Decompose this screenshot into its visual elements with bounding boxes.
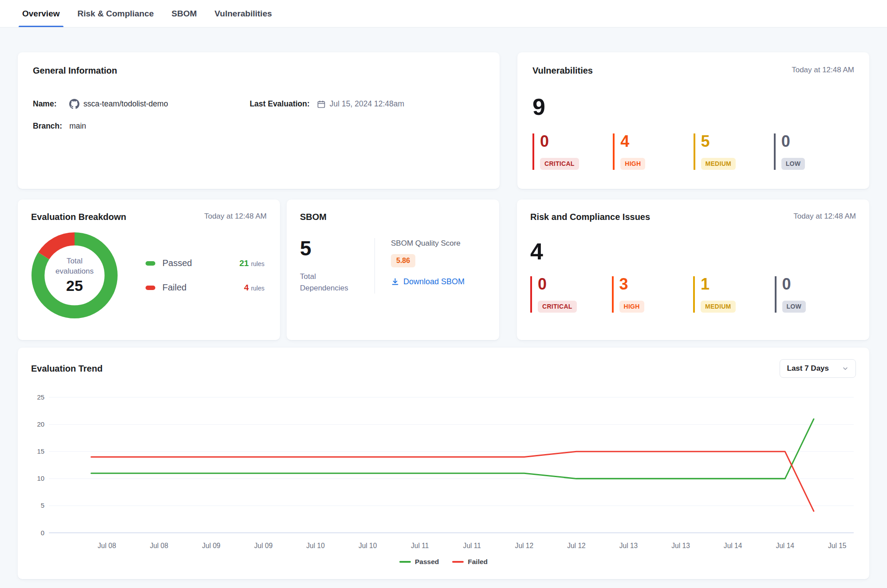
failed-line-swatch [452, 561, 464, 563]
vulnerabilities-title: Vulnerabilities [532, 66, 593, 76]
svg-text:Jul 08: Jul 08 [150, 542, 169, 549]
severity-badge: LOW [781, 158, 805, 170]
time-range-select[interactable]: Last 7 Days [780, 359, 856, 378]
evaluation-donut-chart: Total evaluations 25 [31, 232, 118, 319]
failed-unit: rules [251, 285, 264, 292]
svg-text:10: 10 [37, 474, 44, 482]
sbom-dependencies: 5 Total Dependencies [300, 238, 375, 294]
legend-row-passed: Passed 21rules [146, 258, 264, 268]
trend-chart-legend: PassedFailed [31, 558, 856, 566]
severity-high: 3 HIGH [612, 276, 694, 313]
donut-center-value: 25 [66, 277, 83, 294]
name-label: Name: [33, 99, 62, 109]
svg-text:Jul 11: Jul 11 [411, 542, 429, 549]
branch-value: main [69, 122, 86, 131]
severity-count: 1 [701, 276, 775, 292]
failed-count: 4 [244, 283, 249, 292]
chevron-down-icon [842, 365, 848, 372]
passed-count: 21 [240, 259, 249, 268]
evaluation-trend-title: Evaluation Trend [31, 364, 102, 374]
svg-text:Jul 10: Jul 10 [306, 542, 325, 549]
dashboard-content: General Information Name: ssca-team/todo… [0, 27, 887, 579]
tab-sbom[interactable]: SBOM [172, 0, 197, 27]
tab-vulnerabilities[interactable]: Vulnerabilities [215, 0, 272, 27]
tab-bar: Overview Risk & Compliance SBOM Vulnerab… [0, 0, 887, 27]
branch-row: Branch: main [33, 122, 250, 131]
vulnerabilities-severity-row: 0 CRITICAL 4 HIGH 5 MEDIUM 0 LOW [532, 133, 854, 170]
severity-count: 0 [538, 276, 612, 292]
svg-text:20: 20 [37, 420, 44, 428]
severity-badge: MEDIUM [701, 158, 736, 170]
risk-compliance-title: Risk and Compliance Issues [530, 212, 650, 222]
tab-overview[interactable]: Overview [22, 0, 60, 27]
repo-name-row: Name: ssca-team/todolist-demo [33, 99, 250, 109]
severity-medium: 1 MEDIUM [693, 276, 775, 313]
svg-text:Jul 12: Jul 12 [567, 542, 586, 549]
failed-pill-icon [146, 286, 155, 290]
last-evaluation-row: Last Evaluation: Jul 15, 2024 12:48am [250, 99, 485, 109]
calendar-icon [317, 100, 326, 109]
severity-critical: 0 CRITICAL [530, 276, 612, 313]
sbom-card: SBOM 5 Total Dependencies SBOM Quality S… [287, 200, 499, 340]
download-sbom-link[interactable]: Download SBOM [391, 277, 465, 286]
passed-unit: rules [251, 260, 264, 267]
branch-label: Branch: [33, 122, 62, 131]
severity-badge: HIGH [619, 301, 644, 313]
legend-label: Passed [162, 258, 192, 268]
legend-label: Failed [162, 282, 186, 293]
risk-compliance-timestamp: Today at 12:48 AM [793, 212, 856, 221]
donut-center-label: Total evaluations [50, 256, 99, 277]
svg-text:15: 15 [37, 447, 44, 455]
severity-badge: HIGH [620, 158, 645, 170]
total-dependencies-count: 5 [300, 238, 375, 259]
vulnerabilities-card: Vulnerabilities Today at 12:48 AM 9 0 CR… [517, 52, 869, 189]
svg-text:Jul 12: Jul 12 [515, 542, 534, 549]
svg-text:Jul 11: Jul 11 [463, 542, 481, 549]
risk-compliance-card: Risk and Compliance Issues Today at 12:4… [517, 200, 869, 340]
legend-item-passed: Passed [399, 558, 439, 566]
sbom-title: SBOM [300, 212, 327, 222]
last-evaluation-label: Last Evaluation: [250, 99, 310, 109]
svg-text:Jul 14: Jul 14 [724, 542, 742, 549]
evaluation-breakdown-legend: Passed 21rules Failed 4rules [146, 258, 264, 293]
severity-count: 3 [619, 276, 694, 292]
vulnerabilities-timestamp: Today at 12:48 AM [792, 66, 854, 74]
severity-badge: CRITICAL [540, 158, 579, 170]
severity-count: 5 [701, 133, 774, 149]
trend-line-chart-svg: 0510152025Jul 08Jul 08Jul 09Jul 09Jul 10… [31, 388, 856, 557]
sbom-quality-score-label: SBOM Quality Score [391, 239, 465, 248]
repo-name-value: ssca-team/todolist-demo [83, 99, 168, 109]
svg-text:Jul 14: Jul 14 [776, 542, 794, 549]
github-icon [69, 99, 79, 109]
svg-text:0: 0 [41, 529, 44, 537]
svg-text:Jul 09: Jul 09 [202, 542, 221, 549]
svg-text:Jul 13: Jul 13 [619, 542, 638, 549]
last-evaluation-value: Jul 15, 2024 12:48am [330, 99, 404, 109]
svg-text:Jul 10: Jul 10 [359, 542, 377, 549]
total-dependencies-label: Total Dependencies [300, 271, 353, 294]
severity-count: 0 [781, 133, 854, 149]
legend-label: Failed [468, 558, 488, 566]
severity-count: 0 [782, 276, 856, 292]
svg-text:Jul 15: Jul 15 [828, 542, 847, 549]
svg-text:Jul 08: Jul 08 [98, 542, 116, 549]
sbom-quality-score-badge: 5.86 [391, 254, 415, 267]
vulnerabilities-total: 9 [532, 95, 854, 118]
passed-pill-icon [146, 261, 155, 266]
legend-row-failed: Failed 4rules [146, 282, 264, 293]
risk-compliance-total: 4 [530, 240, 856, 263]
severity-low: 0 LOW [775, 276, 856, 313]
severity-badge: CRITICAL [538, 301, 577, 313]
evaluation-trend-chart: 0510152025Jul 08Jul 08Jul 09Jul 09Jul 10… [31, 388, 856, 557]
legend-item-failed: Failed [452, 558, 488, 566]
severity-badge: LOW [782, 301, 806, 313]
passed-line-swatch [399, 561, 411, 563]
tab-risk-compliance[interactable]: Risk & Compliance [78, 0, 154, 27]
evaluation-breakdown-card: Evaluation Breakdown Today at 12:48 AM T… [18, 200, 280, 340]
severity-high: 4 HIGH [613, 133, 693, 170]
sbom-quality: SBOM Quality Score 5.86 Download SBOM [375, 238, 465, 294]
svg-text:25: 25 [37, 393, 44, 401]
svg-text:5: 5 [41, 502, 44, 509]
download-sbom-label: Download SBOM [403, 277, 465, 286]
time-range-value: Last 7 Days [787, 364, 829, 373]
